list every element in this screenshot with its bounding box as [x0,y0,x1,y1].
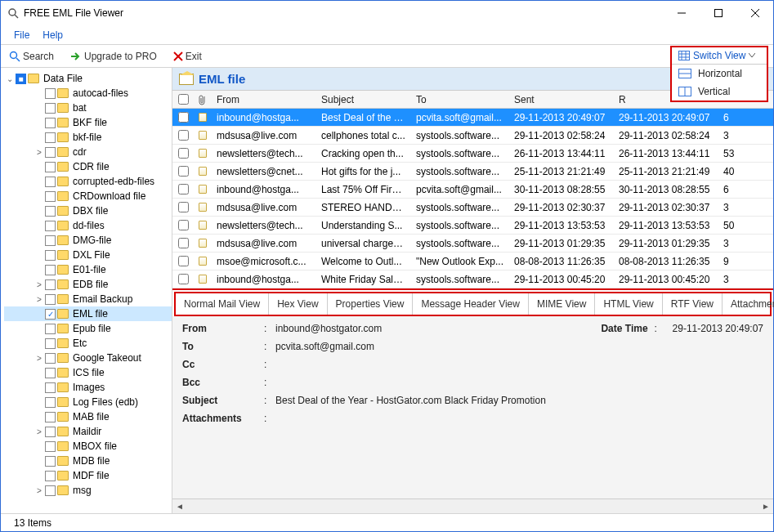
checkbox[interactable] [45,397,56,408]
twisty-icon[interactable]: > [34,486,45,495]
checkbox[interactable] [45,147,56,158]
checkbox[interactable] [45,265,56,275]
search-button[interactable]: Search [6,49,57,64]
tab-mime-view[interactable]: MIME View [529,293,595,315]
tree-item[interactable]: bkf-file [4,130,172,145]
tree-item[interactable]: BKF file [4,115,172,130]
grid-row[interactable]: newsletters@tech...Understanding S...sys… [172,217,773,235]
checkbox[interactable] [45,456,56,467]
tree-root[interactable]: ⌄ ■ Data File [4,71,172,86]
switch-view-button[interactable]: Switch View [672,47,767,65]
tree-item[interactable]: dd-files [4,218,172,233]
switch-vertical[interactable]: Vertical [672,83,767,101]
col-from[interactable]: From [212,94,316,105]
checkbox[interactable]: ✓ [45,309,56,320]
checkbox[interactable] [45,368,56,378]
upgrade-button[interactable]: Upgrade to PRO [67,49,160,64]
tree-item[interactable]: Images [4,380,172,395]
tree-item[interactable]: >msg [4,483,172,498]
row-checkbox[interactable] [178,274,189,284]
tree-item[interactable]: >Email Backup [4,292,172,306]
row-checkbox[interactable] [178,184,189,194]
grid-row[interactable]: newsletters@cnet...Hot gifts for the j..… [172,163,773,181]
checkbox[interactable] [45,221,56,231]
row-checkbox[interactable] [178,112,189,123]
twisty-icon[interactable]: > [34,427,45,436]
checkbox[interactable] [45,485,56,496]
checkbox[interactable] [45,382,56,393]
tree-item[interactable]: CDR file [4,159,172,174]
twisty-icon[interactable]: > [34,148,45,157]
col-subject[interactable]: Subject [316,94,411,105]
checkbox[interactable] [45,441,56,452]
tree-item[interactable]: MDB file [4,454,172,468]
grid-row[interactable]: newsletters@tech...Cracking open th...sy… [172,145,773,163]
tree-item[interactable]: MBOX file [4,439,172,454]
checkbox[interactable] [45,235,56,246]
tree-item[interactable]: DXL File [4,248,172,262]
row-checkbox[interactable] [178,130,189,141]
scroll-right-icon[interactable]: ► [762,502,770,511]
tab-rtf-view[interactable]: RTF View [663,293,723,315]
tree-item[interactable]: E01-file [4,262,172,277]
col-to[interactable]: To [411,94,509,105]
checkbox[interactable] [45,88,56,99]
tree-item[interactable]: DMG-file [4,233,172,248]
twisty-icon[interactable]: > [34,280,45,289]
checkbox[interactable] [45,353,56,364]
switch-horizontal[interactable]: Horizontal [672,65,767,83]
tree-item[interactable]: >Google Takeout [4,351,172,365]
close-button[interactable] [736,1,773,25]
checkbox[interactable] [45,118,56,128]
grid-row[interactable]: msoe@microsoft.c...Welcome to Outl..."Ne… [172,253,773,270]
twisty-icon[interactable]: > [34,295,45,304]
grid-row[interactable]: inbound@hostga...Best Deal of the Y...pc… [172,109,773,127]
checkbox[interactable] [45,338,56,349]
attachment-column-icon[interactable] [194,94,212,105]
checkbox[interactable] [45,206,56,217]
checkbox[interactable]: ■ [16,74,26,84]
scroll-left-icon[interactable]: ◄ [176,502,184,511]
checkbox[interactable] [45,427,56,437]
tree-item[interactable]: bat [4,101,172,115]
checkbox[interactable] [45,279,56,290]
checkbox[interactable] [45,103,56,114]
row-checkbox[interactable] [178,166,189,177]
tab-hex-view[interactable]: Hex View [269,293,327,315]
tree-item[interactable]: DBX file [4,203,172,218]
select-all-checkbox[interactable] [178,94,189,105]
horizontal-scrollbar[interactable]: ◄ ► [172,498,773,513]
checkbox[interactable] [45,250,56,261]
row-checkbox[interactable] [178,202,189,212]
tab-normal-mail-view[interactable]: Normal Mail View [176,293,269,315]
exit-button[interactable]: Exit [170,49,205,64]
row-checkbox[interactable] [178,256,189,266]
tree-item[interactable]: Log Files (edb) [4,395,172,409]
twisty-icon[interactable]: ⌄ [4,74,16,83]
folder-tree[interactable]: ⌄ ■ Data File autocad-filesbatBKF filebk… [1,68,172,513]
tab-attachments[interactable]: Attachments [723,293,774,315]
col-sent[interactable]: Sent [509,94,614,105]
menu-help[interactable]: Help [43,29,63,41]
checkbox[interactable] [45,191,56,202]
tree-item[interactable]: CRDownload file [4,189,172,203]
tree-item[interactable]: >cdr [4,145,172,159]
maximize-button[interactable] [700,1,736,25]
checkbox[interactable] [45,132,56,143]
tree-item[interactable]: ICS file [4,365,172,380]
tree-item[interactable]: autocad-files [4,86,172,101]
tree-item[interactable]: Etc [4,336,172,351]
grid-row[interactable]: mdsusa@live.comuniversal charger ...syst… [172,235,773,253]
tab-properties-view[interactable]: Properties View [328,293,414,315]
twisty-icon[interactable]: > [34,354,45,363]
row-checkbox[interactable] [178,220,189,230]
tree-item[interactable]: corrupted-edb-files [4,174,172,189]
tree-item[interactable]: ✓EML file [4,306,172,321]
checkbox[interactable] [45,471,56,481]
checkbox[interactable] [45,294,56,305]
checkbox[interactable] [45,412,56,422]
tree-item[interactable]: >EDB file [4,277,172,292]
grid-row[interactable]: mdsusa@live.comSTEREO HANDSFR...systools… [172,199,773,217]
tree-item[interactable]: >Maildir [4,424,172,439]
grid-row[interactable]: inbound@hostga...Last 75% Off Fire ...pc… [172,181,773,199]
